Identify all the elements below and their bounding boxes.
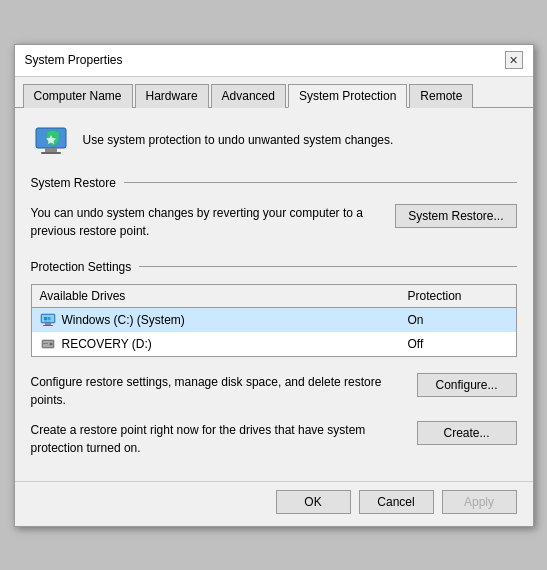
create-row: Create a restore point right now for the… xyxy=(31,421,517,457)
apply-button[interactable]: Apply xyxy=(442,490,517,514)
drive-name-recovery: RECOVERY (D:) xyxy=(40,336,408,352)
tab-bar: Computer Name Hardware Advanced System P… xyxy=(15,77,533,108)
ok-button[interactable]: OK xyxy=(276,490,351,514)
svg-rect-2 xyxy=(41,152,61,154)
drive-row-windows[interactable]: Windows (C:) (System) On xyxy=(32,308,516,332)
system-restore-button[interactable]: System Restore... xyxy=(395,204,516,228)
svg-rect-5 xyxy=(43,325,53,326)
tab-content: Use system protection to undo unwanted s… xyxy=(15,108,533,481)
section-divider-2 xyxy=(139,266,516,267)
drives-table: Available Drives Protection xyxy=(31,284,517,357)
create-button[interactable]: Create... xyxy=(417,421,517,445)
close-icon: ✕ xyxy=(509,54,518,67)
drive-protection-recovery: Off xyxy=(408,337,508,351)
system-properties-dialog: System Properties ✕ Computer Name Hardwa… xyxy=(14,44,534,527)
drives-col-header: Available Drives xyxy=(40,289,408,303)
tab-hardware[interactable]: Hardware xyxy=(135,84,209,108)
cancel-button[interactable]: Cancel xyxy=(359,490,434,514)
system-restore-label: System Restore xyxy=(31,176,116,190)
info-section: Use system protection to undo unwanted s… xyxy=(31,120,517,160)
system-restore-header: System Restore xyxy=(31,176,517,190)
dialog-footer: OK Cancel Apply xyxy=(15,481,533,526)
section-divider xyxy=(124,182,517,183)
windows-drive-icon xyxy=(40,312,56,328)
drives-table-header: Available Drives Protection xyxy=(32,285,516,308)
protection-settings-section: Protection Settings Available Drives Pro… xyxy=(31,260,517,357)
create-description: Create a restore point right now for the… xyxy=(31,421,405,457)
configure-description: Configure restore settings, manage disk … xyxy=(31,373,405,409)
dialog-title: System Properties xyxy=(25,53,123,67)
tab-system-protection[interactable]: System Protection xyxy=(288,84,407,108)
protection-settings-header: Protection Settings xyxy=(31,260,517,274)
shield-icon xyxy=(31,120,71,160)
drive-protection-windows: On xyxy=(408,313,508,327)
protection-settings-label: Protection Settings xyxy=(31,260,132,274)
recovery-drive-icon xyxy=(40,336,56,352)
drive-name-windows: Windows (C:) (System) xyxy=(40,312,408,328)
svg-point-9 xyxy=(49,342,52,345)
svg-rect-1 xyxy=(45,148,57,152)
svg-rect-10 xyxy=(43,343,48,344)
configure-row: Configure restore settings, manage disk … xyxy=(31,373,517,409)
close-button[interactable]: ✕ xyxy=(505,51,523,69)
info-description: Use system protection to undo unwanted s… xyxy=(83,133,394,147)
system-restore-content: You can undo system changes by reverting… xyxy=(31,200,517,244)
tab-advanced[interactable]: Advanced xyxy=(211,84,286,108)
tab-computer-name[interactable]: Computer Name xyxy=(23,84,133,108)
title-bar: System Properties ✕ xyxy=(15,45,533,77)
svg-rect-4 xyxy=(45,323,51,325)
system-restore-section: System Restore You can undo system chang… xyxy=(31,176,517,244)
protection-col-header: Protection xyxy=(408,289,508,303)
configure-button[interactable]: Configure... xyxy=(417,373,517,397)
restore-description: You can undo system changes by reverting… xyxy=(31,204,384,240)
tab-remote[interactable]: Remote xyxy=(409,84,473,108)
drive-row-recovery[interactable]: RECOVERY (D:) Off xyxy=(32,332,516,356)
